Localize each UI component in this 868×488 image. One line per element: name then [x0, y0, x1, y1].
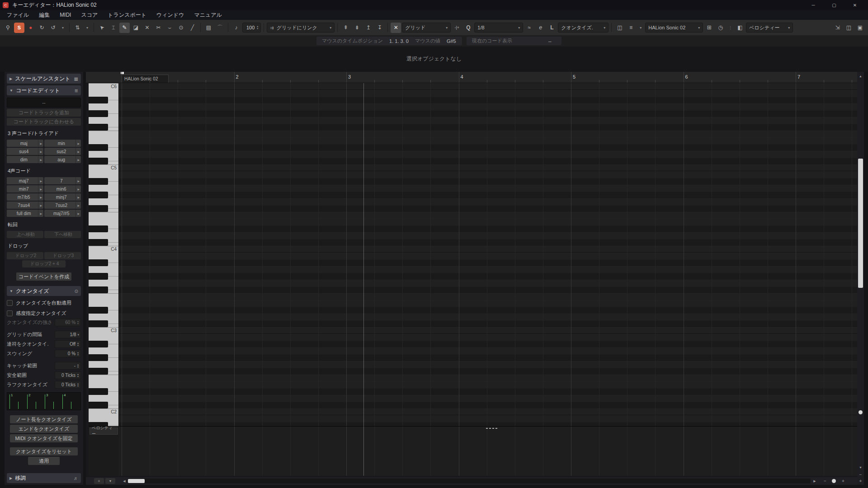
velocity-lane-label[interactable]: ベロシティー [90, 427, 118, 435]
stepper-icon[interactable]: ▲▼ [77, 352, 79, 356]
piano-key-white[interactable] [89, 314, 119, 320]
flyout-icon[interactable]: ▶ [75, 148, 80, 155]
piano-key-black[interactable] [89, 110, 119, 117]
piano-key-black[interactable] [89, 388, 119, 395]
timeline-ruler[interactable]: HALion Sonic 02 234567 [119, 72, 857, 83]
range-selection-tool[interactable]: ⌶ [108, 23, 118, 33]
flyout-icon[interactable]: ▶ [38, 140, 42, 147]
move-up-icon[interactable]: ⇞ [340, 23, 351, 33]
flyout-icon[interactable]: ▶ [38, 185, 42, 192]
split-tool[interactable]: ✂ [153, 23, 164, 33]
piano-key-white[interactable] [89, 253, 119, 259]
note-grid[interactable] [119, 83, 857, 426]
piano-key-black[interactable] [89, 239, 119, 246]
vzoom-out-icon[interactable]: − [857, 471, 864, 478]
vertical-scrollbar[interactable]: ▲ ▼ − + [857, 72, 864, 485]
vzoom-preset-button[interactable] [859, 410, 863, 414]
piano-key-white[interactable] [89, 185, 119, 192]
menu-manual[interactable]: マニュアル [189, 11, 226, 19]
chord-button-7[interactable]: 7▶ [44, 177, 81, 184]
close-button[interactable]: ✕ [844, 0, 865, 10]
piano-key-black[interactable] [89, 273, 119, 280]
chord-button-min[interactable]: min▶ [44, 140, 81, 147]
flyout-icon[interactable]: ▶ [75, 202, 80, 209]
active-part-combo[interactable]: HALion Sonic 02 ▾ [645, 23, 703, 33]
playhead[interactable] [363, 83, 364, 476]
piano-key-black[interactable] [89, 225, 119, 232]
line-tool[interactable]: ╱ [187, 23, 198, 33]
overflow-dots-icon[interactable]: ⋮ [726, 23, 734, 33]
tuplet-input[interactable]: Off▲▼ [55, 340, 81, 348]
piano-key-white[interactable]: C6 [89, 83, 119, 90]
chevron-down-icon[interactable]: ▾ [637, 23, 644, 33]
drop-3-button[interactable]: ドロップ3 [44, 252, 81, 259]
chord-button-m7b5[interactable]: m7/b5▶ [7, 193, 43, 201]
swing-input[interactable]: 0 %▲▼ [55, 350, 81, 357]
move-down-icon[interactable]: ⇟ [352, 23, 362, 33]
safe-range-input[interactable]: 0 Ticks▲▼ [55, 371, 81, 379]
velocity-lane[interactable] [119, 426, 857, 476]
piano-key-white[interactable] [89, 198, 119, 205]
mute-tool[interactable]: ✕ [142, 23, 152, 33]
drop-2-button[interactable]: ドロップ2 [7, 252, 43, 259]
piano-key-white[interactable] [89, 151, 119, 158]
reset-quantize-button[interactable]: クオンタイズをリセット [10, 447, 78, 455]
piano-keyboard[interactable]: C6C5C4C3C2 [89, 83, 119, 426]
flyout-icon[interactable]: ▶ [75, 185, 80, 192]
piano-key-black[interactable] [89, 205, 119, 212]
scroll-down-icon[interactable]: ▼ [857, 464, 864, 470]
piano-key-white[interactable]: C3 [89, 327, 119, 334]
piano-key-white[interactable] [89, 103, 119, 110]
menu-edit[interactable]: 編集 [34, 11, 55, 19]
time-display-icon[interactable]: ◷ [715, 23, 726, 33]
chord-button-dim[interactable]: dim▶ [7, 156, 43, 163]
piano-key-black[interactable] [89, 158, 119, 164]
vzoom-in-icon[interactable]: + [857, 478, 864, 484]
menu-transport[interactable]: トランスポート [103, 11, 151, 19]
lane-resize-handle[interactable] [486, 428, 498, 429]
quantize-strength-input[interactable]: 60 %▲▼ [55, 319, 81, 326]
event-colors-combo[interactable]: ベロシティー ▾ [746, 23, 793, 33]
section-chord-editing[interactable]: ▼ コードエディット ≣ [7, 85, 81, 95]
setup-window-layout-icon[interactable]: ▣ [855, 23, 865, 33]
piano-key-white[interactable] [89, 334, 119, 341]
flyout-icon[interactable]: ▶ [38, 148, 42, 155]
scroll-up-icon[interactable]: ▲ [857, 73, 864, 79]
piano-key-white[interactable] [89, 131, 119, 137]
piano-key-black[interactable] [89, 259, 119, 266]
maximize-button[interactable]: ▢ [824, 0, 844, 10]
flyout-icon[interactable]: ▶ [75, 156, 80, 163]
inversion-down-button[interactable]: 下へ移動 [44, 231, 81, 238]
nudge-up-icon[interactable]: ↥ [363, 23, 373, 33]
edit-active-part-icon[interactable]: ≡ [626, 23, 636, 33]
curve-icon[interactable]: ⌒ [215, 23, 225, 33]
section-scale-assistant[interactable]: ▶ スケールアシスタント ▦ [7, 74, 81, 84]
minimize-button[interactable]: ─ [803, 0, 824, 10]
soft-quantize-checkbox[interactable]: 感度指定クオンタイズ [7, 310, 81, 317]
auto-apply-quantize-checkbox[interactable]: クオンタイズを自動適用 [7, 300, 81, 306]
solo-button[interactable]: S [14, 23, 24, 33]
rough-quantize-input[interactable]: 0 Ticks▲▼ [55, 381, 81, 389]
piano-key-white[interactable] [89, 375, 119, 381]
object-selection-tool[interactable]: ➤ [97, 23, 107, 33]
chord-button-minj7[interactable]: minj7▶ [44, 193, 81, 201]
vertical-scrollbar-thumb[interactable] [858, 159, 863, 288]
menu-score[interactable]: スコア [76, 11, 103, 19]
menu-midi[interactable]: MIDI [55, 12, 76, 18]
match-chord-track-button[interactable]: コードトラックに合わせる [7, 118, 81, 126]
iterative-quantize-icon[interactable]: ≈ [524, 23, 534, 33]
chord-button-fulldim[interactable]: full dim▶ [7, 210, 43, 217]
catch-range-input[interactable]: -▲▼ [55, 362, 81, 370]
piano-key-black[interactable] [89, 178, 119, 185]
piano-key-black[interactable] [89, 320, 119, 327]
chord-button-min6[interactable]: min6▶ [44, 185, 81, 192]
stepper-icon[interactable]: ▲▼ [77, 320, 79, 325]
length-quantize-icon[interactable]: L [547, 23, 557, 33]
stepper-icon[interactable]: ▲▼ [77, 364, 79, 368]
flyout-icon[interactable]: ▶ [75, 193, 80, 201]
erase-tool[interactable]: ◪ [131, 23, 141, 33]
quantize-icon[interactable]: Q [463, 23, 473, 33]
piano-key-black[interactable] [89, 307, 119, 314]
window-zones-icon[interactable]: ◫ [844, 23, 854, 33]
quantize-ends-button[interactable]: エンドをクオンタイズ [10, 425, 78, 433]
